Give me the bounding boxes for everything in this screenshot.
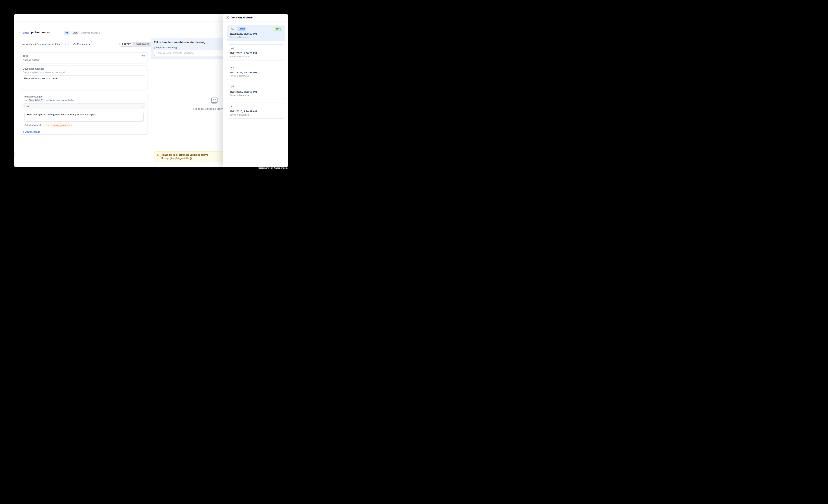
model-selector[interactable]: aws/anthropic/bedrock-claude-3-5-s... — [20, 41, 69, 47]
version-card-v4[interactable]: v4 11/21/2025, 1:36:28 PM Saved to Datab… — [227, 44, 285, 60]
template-variable-label: {{template_variables}} — [154, 46, 177, 49]
add-message-label: Add message — [25, 130, 40, 133]
add-tool-label: Add — [141, 54, 145, 57]
partial-offscreen-element — [14, 152, 15, 158]
developer-message-title: Developer message — [23, 68, 45, 70]
version-number-badge: v5 — [230, 27, 236, 31]
version-timestamp: 11/21/2025, 1:36:28 PM — [230, 52, 283, 54]
version-status: Saved to Database — [230, 36, 283, 39]
role-value: User — [25, 105, 30, 108]
prompt-subheader: Back jack-sparrow v5 Draft Unsaved chang… — [14, 22, 151, 38]
model-selector-value: aws/anthropic/bedrock-claude-3-5-s... — [23, 43, 65, 46]
chevron-down-icon — [65, 43, 67, 45]
use-prefix: Use — [23, 99, 27, 101]
back-label: Back — [23, 32, 29, 34]
add-tool-button[interactable]: + Add — [138, 54, 145, 57]
warning-triangle-icon — [156, 154, 159, 156]
role-select[interactable]: User — [25, 105, 36, 108]
developer-message-subtitle: Optional system instructions for the mod… — [23, 71, 65, 74]
add-message-button[interactable]: + Add message — [23, 130, 40, 133]
page-title: jack-sparrow — [31, 31, 50, 34]
prompt-message-block: User Enter task specifics. Use {{templat… — [22, 103, 146, 129]
latest-badge: Latest — [237, 27, 247, 31]
detected-variables-label: Detected variables: — [25, 124, 44, 126]
plus-icon: + — [23, 131, 24, 133]
version-status: Saved to Database — [230, 75, 283, 77]
unsaved-changes-label: Unsaved changes — [81, 32, 100, 34]
version-number-badge: v1 — [230, 105, 236, 108]
use-suffix: syntax for template variables — [46, 99, 74, 101]
parameters-label: Parameters — [77, 43, 90, 46]
prompt-message-field-wrap: Enter task specifics. Use {{template_var… — [25, 112, 143, 122]
prompt-messages-section: Prompt messages Use {{variable}} syntax … — [20, 93, 148, 134]
version-timestamp: 11/22/2025, 6:08:12 PM — [230, 32, 283, 35]
toggle-dotprompt[interactable]: DOTPROMPT — [133, 42, 152, 46]
close-icon[interactable] — [226, 16, 229, 19]
variable-syntax-chip: {{variable}} — [28, 99, 44, 101]
status-badge: Draft — [71, 31, 79, 35]
prompt-editor-panel: Back jack-sparrow v5 Draft Unsaved chang… — [14, 22, 151, 167]
version-status: Saved to Database — [230, 114, 283, 116]
developer-message-input[interactable]: Respond as you are tom cruise — [22, 76, 146, 89]
back-arrow-icon — [19, 32, 22, 34]
tools-title: Tools — [23, 54, 29, 57]
tools-section: Tools + Add No tools added — [20, 52, 148, 64]
prompt-message-input[interactable]: Enter task specifics. Use {{template_var… — [25, 112, 143, 122]
version-history-header: Version History — [223, 14, 288, 22]
robot-face-icon — [210, 97, 218, 104]
version-card-v1[interactable]: v1 11/21/2025, 9:16:39 AM Saved to Datab… — [227, 102, 285, 119]
detected-variable-chip[interactable]: template_variables — [46, 123, 72, 127]
version-number-badge: v4 — [230, 47, 236, 50]
format-toggle: PRETTY DOTPROMPT — [119, 42, 152, 47]
version-number-badge: v3 — [230, 66, 236, 70]
warning-title: Please fill in all template variables ab… — [161, 153, 208, 156]
developer-message-section: Developer message Optional system instru… — [20, 65, 148, 90]
screenshot-stage: Back jack-sparrow v5 Draft Unsaved chang… — [0, 0, 301, 183]
prompt-messages-subtitle: Use {{variable}} syntax for template var… — [23, 99, 74, 101]
version-timestamp: 11/21/2025, 9:16:39 AM — [230, 110, 283, 113]
detected-variables-row: Detected variables: template_variables — [25, 123, 72, 127]
version-timestamp: 11/21/2025, 1:33:19 PM — [230, 90, 283, 93]
prompt-message-header: User — [22, 103, 146, 109]
version-history-title: Version History — [231, 16, 253, 19]
app-window: Back jack-sparrow v5 Draft Unsaved chang… — [14, 14, 288, 167]
version-status: Saved to Database — [230, 94, 283, 97]
banner-title: Fill in template variables to start test… — [154, 41, 205, 44]
developer-message-field-wrap: Respond as you are tom cruise — [22, 76, 146, 89]
toggle-pretty[interactable]: PRETTY — [120, 42, 133, 46]
tools-empty-text: No tools added — [23, 59, 39, 61]
version-card-v5[interactable]: v5 Latest Active 11/22/2025, 6:08:12 PM … — [227, 25, 285, 41]
pencil-icon — [47, 124, 50, 126]
parameters-button[interactable]: ⚙ Parameters — [71, 41, 92, 47]
prompt-messages-title: Prompt messages — [23, 95, 43, 98]
plus-icon: + — [138, 54, 140, 57]
active-badge: Active — [273, 27, 283, 31]
version-card-v2[interactable]: v2 11/21/2025, 1:33:19 PM Saved to Datab… — [227, 83, 285, 99]
version-history-panel: Version History v5 Latest Active 11/22/2… — [223, 14, 288, 167]
version-status: Saved to Database — [230, 55, 283, 58]
chevron-down-icon — [34, 106, 36, 107]
gear-icon: ⚙ — [73, 43, 76, 46]
drag-handle-icon[interactable] — [142, 104, 143, 108]
version-badge: v5 — [64, 31, 70, 35]
detected-variable-name: template_variables — [51, 124, 70, 126]
version-list: v5 Latest Active 11/22/2025, 6:08:12 PM … — [223, 22, 288, 167]
version-card-v3[interactable]: v3 11/21/2025, 1:33:56 PM Saved to Datab… — [227, 64, 285, 80]
version-timestamp: 11/21/2025, 1:33:56 PM — [230, 71, 283, 74]
back-button[interactable]: Back — [19, 32, 29, 34]
version-number-badge: v2 — [230, 85, 236, 89]
